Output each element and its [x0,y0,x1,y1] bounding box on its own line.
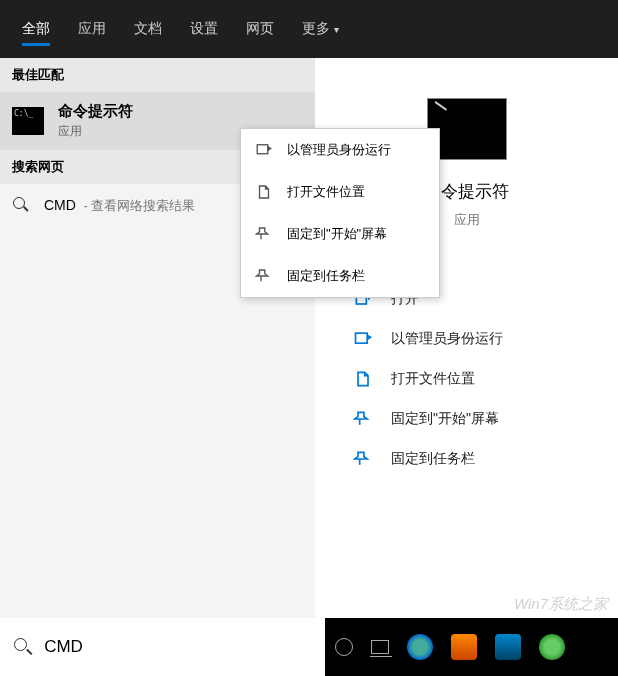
best-match-header: 最佳匹配 [0,58,315,92]
chevron-down-icon: ▾ [334,24,339,35]
detail-action-open-location[interactable]: 打开文件位置 [345,359,588,399]
filter-tabs-header: 全部 应用 文档 设置 网页 更多▾ [0,0,618,58]
taskbar-app-1[interactable] [407,634,433,660]
result-title: 命令提示符 [58,102,133,121]
tab-web[interactable]: 网页 [232,6,288,52]
pin-start-icon [255,225,273,243]
svg-rect-2 [257,145,268,154]
detail-action-pin-taskbar[interactable]: 固定到任务栏 [345,439,588,479]
detail-action-run-admin[interactable]: 以管理员身份运行 [345,319,588,359]
pin-taskbar-icon [255,267,273,285]
tab-settings[interactable]: 设置 [176,6,232,52]
folder-icon [255,183,273,201]
tab-more[interactable]: 更多▾ [288,6,353,52]
context-menu: 以管理员身份运行 打开文件位置 固定到"开始"屏幕 固定到任务栏 [240,128,440,298]
tab-apps[interactable]: 应用 [64,6,120,52]
ctx-pin-taskbar[interactable]: 固定到任务栏 [241,255,439,297]
search-input[interactable] [44,637,311,657]
ctx-pin-start[interactable]: 固定到"开始"屏幕 [241,213,439,255]
admin-shield-icon [255,141,273,159]
taskbar-search-box[interactable] [0,618,325,676]
folder-icon [353,369,373,389]
pin-taskbar-icon [353,449,373,469]
taskbar [0,618,618,676]
search-icon [14,638,30,656]
tab-all[interactable]: 全部 [8,6,64,52]
task-view-icon[interactable] [371,640,389,654]
admin-shield-icon [353,329,373,349]
result-subtitle: 应用 [58,123,133,140]
tab-docs[interactable]: 文档 [120,6,176,52]
pin-start-icon [353,409,373,429]
cortana-icon[interactable] [335,638,353,656]
ctx-run-admin[interactable]: 以管理员身份运行 [241,129,439,171]
taskbar-app-4[interactable] [539,634,565,660]
detail-action-pin-start[interactable]: 固定到"开始"屏幕 [345,399,588,439]
taskbar-app-2[interactable] [451,634,477,660]
svg-rect-1 [356,333,368,343]
cmd-app-icon [12,107,44,135]
taskbar-app-3[interactable] [495,634,521,660]
ctx-open-location[interactable]: 打开文件位置 [241,171,439,213]
search-icon [12,196,32,216]
